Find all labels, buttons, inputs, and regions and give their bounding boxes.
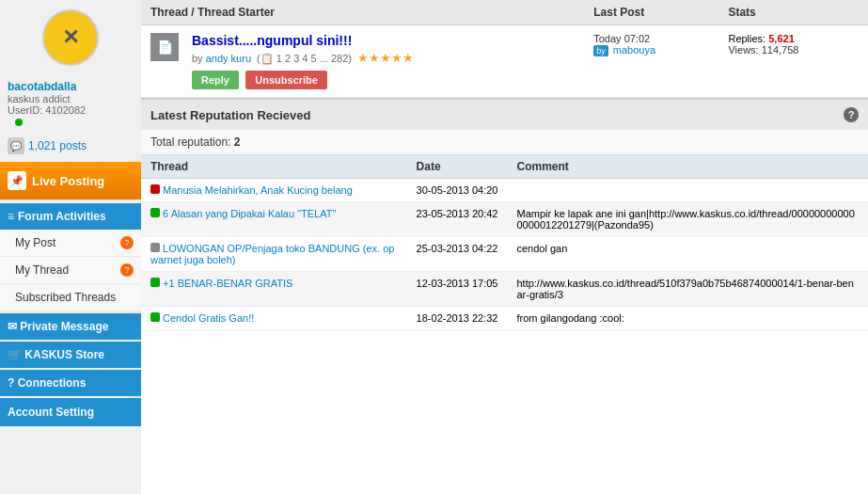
kaskus-store-icon: 🛒 [8, 348, 24, 361]
rep-dot [150, 208, 160, 217]
last-post-user-link[interactable]: mabouya [613, 44, 655, 56]
avatar-area: ✕ [0, 0, 141, 75]
rep-thread-cell: +1 BENAR-BENAR GRATIS [141, 272, 407, 307]
col-stats: Stats [718, 0, 868, 25]
last-post-time: Today 07:02 [593, 33, 709, 44]
thread-type-icon: 📄 [150, 33, 179, 61]
thread-table-header-row: Thread / Thread Starter Last Post Stats [141, 0, 868, 25]
sidebar-item-my-post[interactable]: My Post ? [0, 230, 141, 257]
reputation-section: Latest Reputation Recieved ? Total reput… [141, 98, 868, 330]
reputation-title: Latest Reputation Recieved [150, 108, 311, 122]
posts-icon: 💬 [8, 137, 24, 154]
stats-cell: Replies: 5,621 Views: 114,758 [718, 25, 868, 98]
rep-thread-cell: LOWONGAN OP/Penjaga toko BANDUNG (ex. op… [141, 237, 407, 272]
live-posting-icon: 📌 [8, 171, 26, 190]
thread-title-link[interactable]: Bassist.....ngumpul sini!!! [192, 33, 352, 48]
rep-thread-cell: 6 Alasan yang Dipakai Kalau "TELAT" [141, 202, 407, 237]
sidebar-connections[interactable]: ? Connections [0, 370, 141, 396]
rep-comment-cell: cendol gan [507, 237, 868, 272]
col-last-post: Last Post [584, 0, 718, 25]
thread-pages: 1 2 3 4 5 ... 282 [276, 53, 348, 64]
main-content: Thread / Thread Starter Last Post Stats … [141, 0, 868, 494]
sidebar-item-subscribed-threads[interactable]: Subscribed Threads [0, 284, 141, 311]
forum-activities-header[interactable]: ≡ Forum Activities [0, 203, 141, 230]
sidebar-private-message[interactable]: ✉ Private Message [0, 313, 141, 340]
kaskus-store-label: KASKUS Store [24, 348, 104, 361]
rep-col-comment: Comment [507, 155, 868, 179]
rep-thread-link[interactable]: Cendol Gratis Gan!! [163, 312, 254, 324]
sidebar-account-setting[interactable]: Account Setting [0, 398, 141, 426]
col-thread-starter: Thread / Thread Starter [141, 0, 584, 25]
by-text: by [192, 53, 203, 64]
rep-date-cell: 30-05-2013 04:20 [407, 179, 508, 202]
user-info: bacotabdalla kaskus addict UserID: 41020… [0, 75, 141, 134]
total-reputation: Total reputation: 2 [141, 130, 868, 155]
rep-comment-cell: from gilangodang :cool: [507, 307, 868, 330]
rep-comment-cell: http://www.kaskus.co.id/thread/510f379a0… [507, 272, 868, 307]
subscribed-threads-label: Subscribed Threads [15, 291, 116, 304]
avatar: ✕ [42, 9, 99, 66]
rep-thread-link[interactable]: LOWONGAN OP/Penjaga toko BANDUNG (ex. op… [150, 243, 394, 265]
rep-table-row: Cendol Gratis Gan!! 18-02-2013 22:32 fro… [141, 307, 868, 330]
rep-date-cell: 25-03-2013 04:22 [407, 237, 508, 272]
rep-comment-cell: Mampir ke lapak ane ini gan|http://www.k… [507, 202, 868, 237]
rep-thread-cell: Cendol Gratis Gan!! [141, 307, 407, 330]
rep-date-cell: 12-03-2013 17:05 [407, 272, 508, 307]
rep-table-row: Manusia Melahirkan, Anak Kucing belang 3… [141, 179, 868, 202]
live-posting-label: Live Posting [32, 174, 104, 188]
my-thread-badge: ? [120, 263, 134, 277]
account-setting-label: Account Setting [8, 406, 94, 419]
stats-views: Views: 114,758 [728, 44, 859, 56]
sidebar: ✕ bacotabdalla kaskus addict UserID: 410… [0, 0, 141, 494]
my-post-label: My Post [15, 236, 55, 249]
table-row: 📄 Bassist.....ngumpul sini!!! by andy ku… [141, 25, 868, 98]
rep-dot [150, 312, 160, 322]
thread-info-cell: Bassist.....ngumpul sini!!! by andy kuru… [182, 25, 584, 98]
thread-stars: ★★★★★ [357, 51, 414, 65]
by-icon: by [593, 45, 608, 56]
forum-activities-icon: ≡ [8, 210, 14, 223]
last-post-by: by mabouya [593, 44, 709, 56]
connections-icon: ? [8, 376, 18, 390]
rep-thread-cell: Manusia Melahirkan, Anak Kucing belang [141, 179, 407, 202]
rep-date-cell: 23-05-2013 20:42 [407, 202, 508, 237]
rep-thread-link[interactable]: 6 Alasan yang Dipakai Kalau "TELAT" [163, 208, 336, 219]
rep-thread-link[interactable]: Manusia Melahirkan, Anak Kucing belang [163, 184, 353, 196]
rep-table-row: +1 BENAR-BENAR GRATIS 12-03-2013 17:05 h… [141, 272, 868, 307]
unsubscribe-button[interactable]: Unsubscribe [245, 71, 327, 89]
user-rank: kaskus addict [8, 93, 134, 104]
rep-date-cell: 18-02-2013 22:32 [407, 307, 508, 330]
online-status-dot [15, 119, 23, 126]
thread-table: Thread / Thread Starter Last Post Stats … [141, 0, 868, 98]
rep-col-thread: Thread [141, 155, 407, 179]
rep-dot [150, 278, 160, 287]
private-message-label: Private Message [20, 320, 108, 333]
posts-count: 1,021 posts [28, 139, 87, 152]
thread-meta: by andy kuru (📋 1 2 3 4 5 ... 282) ★★★★★ [192, 51, 575, 65]
rep-table-row: 6 Alasan yang Dipakai Kalau "TELAT" 23-0… [141, 202, 868, 237]
rep-dot [150, 243, 160, 252]
last-post-cell: Today 07:02 by mabouya [584, 25, 718, 98]
posts-area: 💬 1,021 posts [0, 134, 141, 158]
forum-activities-label: Forum Activities [18, 210, 106, 223]
reputation-header: Latest Reputation Recieved ? [141, 98, 868, 130]
rep-thread-link[interactable]: +1 BENAR-BENAR GRATIS [163, 278, 292, 289]
thread-starter-link[interactable]: andy kuru [206, 53, 251, 64]
replies-link[interactable]: 5,621 [768, 33, 795, 44]
rep-col-date: Date [407, 155, 508, 179]
private-message-icon: ✉ [8, 320, 20, 333]
username: bacotabdalla [8, 80, 134, 93]
sidebar-item-my-thread[interactable]: My Thread ? [0, 257, 141, 284]
rep-table-row: LOWONGAN OP/Penjaga toko BANDUNG (ex. op… [141, 237, 868, 272]
connections-label: Connections [18, 376, 87, 390]
sidebar-kaskus-store[interactable]: 🛒 KASKUS Store [0, 342, 141, 368]
reply-button[interactable]: Reply [192, 71, 239, 89]
my-post-badge: ? [120, 236, 134, 249]
help-icon[interactable]: ? [844, 107, 859, 122]
rep-table-header-row: Thread Date Comment [141, 155, 868, 179]
rep-comment-cell [507, 179, 868, 202]
live-posting-button[interactable]: 📌 Live Posting [0, 162, 141, 199]
thread-actions: Reply Unsubscribe [192, 71, 575, 89]
my-thread-label: My Thread [15, 263, 69, 277]
reputation-table: Thread Date Comment Manusia Melahirkan, … [141, 155, 868, 330]
